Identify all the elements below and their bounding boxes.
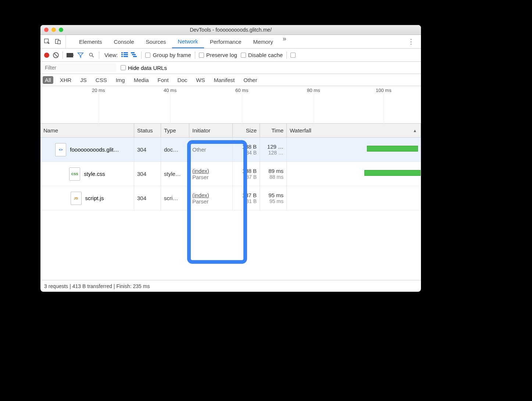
cell-waterfall <box>287 186 421 210</box>
svg-line-4 <box>92 56 94 57</box>
initiator-link[interactable]: (index) <box>192 168 229 174</box>
disable-cache-checkbox[interactable]: Disable cache <box>241 52 283 58</box>
tab-performance[interactable]: Performance <box>204 35 247 48</box>
preserve-log-checkbox[interactable]: Preserve log <box>199 52 237 58</box>
tab-memory[interactable]: Memory <box>247 35 279 48</box>
cell-status: 304 <box>134 138 161 162</box>
device-mode-icon[interactable] <box>54 38 62 45</box>
request-row[interactable]: CSS style.css 304 style… (index) Parser … <box>40 162 421 186</box>
offline-checkbox-partial[interactable] <box>290 53 296 58</box>
checkbox-icon <box>145 53 150 58</box>
toolbar-divider <box>195 52 195 59</box>
cell-initiator: Other <box>189 138 233 162</box>
type-filter-ws[interactable]: WS <box>194 76 207 84</box>
tab-console[interactable]: Console <box>108 35 140 48</box>
cell-status: 304 <box>134 186 161 210</box>
record-button[interactable] <box>44 53 49 58</box>
type-filter-font[interactable]: Font <box>156 76 171 84</box>
disable-cache-label: Disable cache <box>248 52 283 58</box>
column-header-time[interactable]: Time <box>260 124 287 137</box>
type-filter-js[interactable]: JS <box>78 76 89 84</box>
column-header-name[interactable]: Name <box>40 124 134 137</box>
checkbox-icon <box>290 53 296 58</box>
svg-rect-7 <box>121 54 123 55</box>
requests-table-header: Name Status Type Initiator Size Time Wat… <box>40 124 421 138</box>
column-header-type[interactable]: Type <box>161 124 189 137</box>
tab-network[interactable]: Network <box>172 35 204 48</box>
filter-input[interactable] <box>43 63 116 72</box>
panel-tabbar: Elements Console Sources Network Perform… <box>40 35 421 49</box>
network-toolbar: View: Group by frame Preserve log Disabl… <box>40 49 421 62</box>
network-summary-bar: 3 requests | 413 B transferred | Finish:… <box>40 280 421 292</box>
svg-rect-10 <box>124 56 128 57</box>
column-header-waterfall-label: Waterfall <box>290 127 311 134</box>
toolbar-divider <box>286 52 287 59</box>
cell-size: 138 B287 B <box>233 162 260 186</box>
cell-type: scri… <box>161 186 189 210</box>
type-filter-xhr[interactable]: XHR <box>58 76 74 84</box>
timeline-overview[interactable]: 20 ms 40 ms 60 ms 80 ms 100 ms <box>40 86 421 124</box>
inspect-element-icon[interactable] <box>43 38 51 45</box>
type-filter-row: All XHR JS CSS Img Media Font Doc WS Man… <box>40 74 421 86</box>
js-file-icon: JS <box>71 192 82 205</box>
column-header-initiator[interactable]: Initiator <box>189 124 233 137</box>
view-label: View: <box>104 52 118 58</box>
close-window-button[interactable] <box>44 28 49 32</box>
svg-rect-8 <box>124 54 128 55</box>
initiator-link[interactable]: (index) <box>192 192 229 198</box>
waterfall-view-icon[interactable] <box>131 52 138 58</box>
cell-type: doc… <box>161 138 189 162</box>
type-filter-manifest[interactable]: Manifest <box>211 76 237 84</box>
type-filter-img[interactable]: Img <box>114 76 127 84</box>
cell-waterfall <box>287 138 421 162</box>
tab-sources[interactable]: Sources <box>140 35 172 48</box>
search-icon[interactable] <box>88 52 95 59</box>
column-header-status[interactable]: Status <box>134 124 161 137</box>
maximize-window-button[interactable] <box>59 28 63 32</box>
tabbar-left-tools <box>43 35 66 48</box>
type-filter-doc[interactable]: Doc <box>175 76 190 84</box>
more-options-icon[interactable]: ⋮ <box>404 38 418 46</box>
svg-rect-2 <box>58 40 60 44</box>
type-filter-css[interactable]: CSS <box>93 76 109 84</box>
svg-rect-6 <box>124 52 128 53</box>
request-row[interactable]: JS script.js 304 scri… (index) Parser 13… <box>40 186 421 210</box>
waterfall-bar <box>367 146 418 152</box>
minimize-window-button[interactable] <box>51 28 56 32</box>
checkbox-icon <box>121 65 126 70</box>
screenshot-icon[interactable] <box>67 53 73 57</box>
svg-rect-11 <box>131 52 135 53</box>
request-name: style.css <box>84 171 105 177</box>
type-filter-all[interactable]: All <box>43 76 53 84</box>
cell-time: 95 ms95 ms <box>260 186 287 210</box>
filter-icon[interactable] <box>77 52 84 59</box>
timeline-tick: 80 ms <box>307 88 320 93</box>
group-by-frame-label: Group by frame <box>153 52 191 58</box>
request-name: fooooooooods.glit… <box>70 146 119 153</box>
svg-rect-5 <box>121 52 123 53</box>
cell-name: JS script.js <box>40 186 134 210</box>
cell-initiator: (index) Parser <box>189 162 233 186</box>
traffic-lights <box>44 28 63 32</box>
svg-rect-13 <box>133 56 137 57</box>
type-filter-other[interactable]: Other <box>241 76 260 84</box>
cell-time: 129 …128 … <box>260 138 287 162</box>
clear-button[interactable] <box>53 52 59 58</box>
tab-elements[interactable]: Elements <box>73 35 108 48</box>
toolbar-divider <box>99 52 99 59</box>
timeline-tick: 100 ms <box>376 88 392 93</box>
group-by-frame-checkbox[interactable]: Group by frame <box>145 52 191 58</box>
cell-time: 89 ms88 ms <box>260 162 287 186</box>
column-header-waterfall[interactable]: Waterfall ▲ <box>287 124 421 137</box>
panel-tabs: Elements Console Sources Network Perform… <box>73 35 290 48</box>
cell-type: style… <box>161 162 189 186</box>
cell-size: 138 B734 B <box>233 138 260 162</box>
large-rows-icon[interactable] <box>121 52 128 58</box>
request-row[interactable]: <> fooooooooods.glit… 304 doc… Other 138… <box>40 138 421 162</box>
devtools-window: DevTools - fooooooooods.glitch.me/ Eleme… <box>40 25 421 292</box>
tabs-overflow-icon[interactable]: » <box>279 35 290 48</box>
svg-point-3 <box>89 53 92 56</box>
column-header-size[interactable]: Size <box>233 124 260 137</box>
hide-data-urls-checkbox[interactable]: Hide data URLs <box>121 65 167 71</box>
type-filter-media[interactable]: Media <box>132 76 151 84</box>
